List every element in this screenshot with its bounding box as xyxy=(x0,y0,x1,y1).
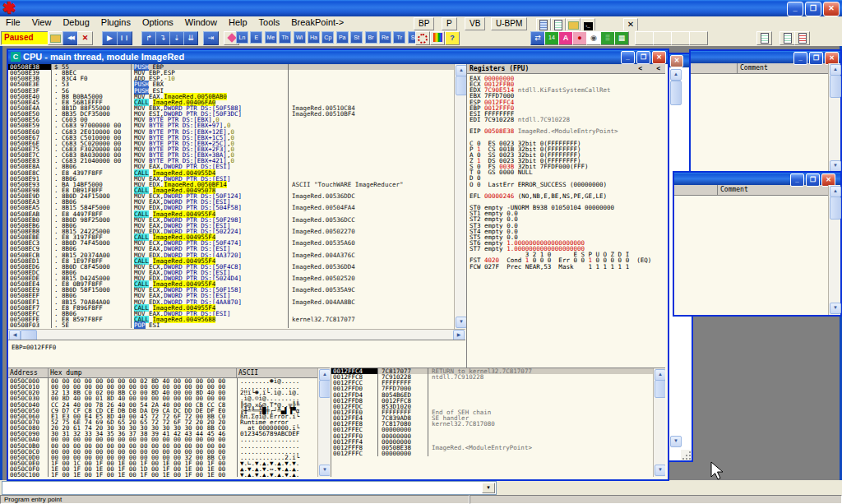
plugin-14-button[interactable]: 14 xyxy=(544,31,559,45)
dump-header-ascii[interactable]: ASCII xyxy=(237,368,318,377)
close-toolbar-icon[interactable]: ✕ xyxy=(623,18,638,31)
plugin-a-button[interactable]: A xyxy=(558,31,573,45)
toolbar-tr-button[interactable]: Tr xyxy=(393,31,405,44)
collapse-icon[interactable]: < xyxy=(656,64,660,73)
plugin-dots-button[interactable]: ▒ xyxy=(600,31,615,45)
column-header-blank[interactable] xyxy=(674,185,718,195)
register-line[interactable]: EDI 7C910228 ntdll.7C910228 xyxy=(467,117,665,123)
scroll-down-icon[interactable]: ▼ xyxy=(670,436,682,447)
toolbar-br-button[interactable]: Br xyxy=(365,31,377,44)
minimize-button[interactable]: _ xyxy=(793,52,807,65)
blank-button-3[interactable] xyxy=(671,31,690,45)
column-header-comment[interactable]: Comment xyxy=(738,63,768,73)
close-button[interactable]: ✕ xyxy=(652,51,666,64)
execute-till-return-button[interactable]: ⇥ xyxy=(203,31,219,45)
menu-tools[interactable]: Tools xyxy=(253,16,286,30)
dump-header-address[interactable]: Address xyxy=(8,368,49,377)
stack-row[interactable]: 0012FFC47C817077RETURN to kernel32.7C817… xyxy=(331,368,654,374)
window-comment-top[interactable]: _ ❐ ✕ Comment ▲ ▼ xyxy=(689,49,842,174)
register-line[interactable]: EFL 00000246 (NO,NB,E,BE,NS,PE,GE,LE) xyxy=(467,193,665,199)
trace-over-button[interactable]: ⇊ xyxy=(183,31,198,45)
scroll-up-icon[interactable]: ▲ xyxy=(319,369,330,381)
console-icon[interactable]: ›_ xyxy=(581,18,595,31)
register-line[interactable]: T 0 GS 0000 NULL xyxy=(467,169,665,175)
scrollbar-thumb[interactable] xyxy=(830,75,841,98)
dump-scrollbar[interactable]: ▲ ▼ xyxy=(317,368,330,477)
stack-row[interactable]: 0012FFD07FFD7000 xyxy=(331,386,654,391)
log-icon[interactable] xyxy=(551,18,566,31)
scroll-down-icon[interactable]: ▼ xyxy=(830,303,841,314)
scroll-up-icon[interactable]: ▲ xyxy=(655,369,665,381)
menu-help[interactable]: Help xyxy=(223,16,253,30)
stack-row[interactable]: 0012FFF000000000 xyxy=(331,433,654,439)
window-comment-bottom[interactable]: _ ❐ ✕ Comment ▲ ▼ xyxy=(673,171,842,317)
dump-header-hex[interactable]: Hex dump xyxy=(49,368,237,377)
menu-options[interactable]: Options xyxy=(136,16,179,30)
restart-button[interactable]: ◀◀ xyxy=(62,31,78,45)
run-button[interactable]: ▶ xyxy=(102,31,118,45)
collapse-icon[interactable]: < xyxy=(638,64,642,73)
scroll-up-icon[interactable]: ▲ xyxy=(830,64,841,76)
menu-breakpoint[interactable]: BreakPoint-> xyxy=(285,16,349,30)
plugin-spiral-button[interactable]: ◉ xyxy=(586,31,601,45)
toolbar-ha-button[interactable]: Ha xyxy=(308,31,320,44)
toolbar-cp-button[interactable]: Cp xyxy=(322,31,334,44)
maximize-button[interactable]: ❐ xyxy=(806,173,820,187)
disasm-row[interactable]: 00508EFE. E8 8597F8FFCALL ImageRed.00495… xyxy=(8,317,454,322)
maximize-button[interactable]: ❐ xyxy=(636,51,650,64)
open-file-button[interactable] xyxy=(48,31,63,45)
scrollbar-thumb[interactable] xyxy=(319,380,330,398)
toolbar-th-button[interactable]: Th xyxy=(279,31,291,44)
toolbar-me-button[interactable]: Me xyxy=(265,31,277,44)
info-pane[interactable]: EBP=0012FFF0 xyxy=(8,340,465,368)
menu-plugins[interactable]: Plugins xyxy=(95,16,136,30)
doc-button-2[interactable] xyxy=(780,31,795,45)
stack-row[interactable]: 0012FFDC853D1020 xyxy=(331,404,654,409)
plugin-stop-button[interactable]: ● xyxy=(572,31,587,45)
scrollbar[interactable]: ▲ ▼ xyxy=(828,63,840,173)
disasm-row[interactable]: 00508F03. 5EPOP ESI xyxy=(8,322,454,328)
help-button[interactable]: ? xyxy=(445,31,460,45)
plugin-grid-button[interactable]: ▦ xyxy=(614,31,629,45)
plugin-menu-vb[interactable]: VB xyxy=(465,17,485,30)
disasm-row[interactable]: 00508E3E. 53PUSH EBX xyxy=(8,81,454,87)
menu-view[interactable]: View xyxy=(26,16,58,30)
toolbar-wi-button[interactable]: Wi xyxy=(294,31,306,44)
blank-button-4[interactable] xyxy=(689,31,708,45)
register-line[interactable]: EIP 00508E38 ImageRed.<ModuleEntryPoint> xyxy=(467,128,665,134)
list-body[interactable] xyxy=(674,196,829,315)
options-button[interactable] xyxy=(415,31,430,45)
stack-row[interactable]: 0012FFF800508E38ImageRed.<ModuleEntryPoi… xyxy=(331,445,654,451)
disasm-row[interactable]: 00508E3B. 83C4 F0ADD ESP,-10 xyxy=(8,76,454,81)
list-body[interactable] xyxy=(691,74,829,173)
plugin-menu-bp[interactable]: BP xyxy=(414,17,434,30)
plugin-swap-button[interactable]: ⇄ xyxy=(530,31,545,45)
toolbar-pa-button[interactable]: Pa xyxy=(336,31,349,44)
menu-debug[interactable]: Debug xyxy=(57,16,95,30)
scroll-down-icon[interactable]: ▼ xyxy=(655,465,665,476)
maximize-button[interactable]: ❐ xyxy=(805,2,821,16)
disassembly-hscrollbar[interactable]: ◀ ▶ xyxy=(8,329,465,340)
stack-scrollbar[interactable]: ▲ ▼ xyxy=(653,368,665,477)
scroll-up-icon[interactable]: ▲ xyxy=(670,69,682,81)
step-into-button[interactable]: ↱ xyxy=(141,31,156,45)
toolbar-re-button[interactable]: Re xyxy=(379,31,391,44)
menu-file[interactable]: File xyxy=(0,16,26,30)
scrollbar-thumb[interactable] xyxy=(670,81,682,105)
folder-icon[interactable] xyxy=(566,18,581,31)
notes-icon[interactable] xyxy=(536,18,551,31)
dropdown-arrow-icon[interactable]: ▼ xyxy=(482,483,495,493)
scrollbar-thumb[interactable] xyxy=(456,76,467,95)
scroll-down-icon[interactable]: ▼ xyxy=(319,465,330,476)
stack-row[interactable]: 0012FFE87C817080kernel32.7C817080 xyxy=(331,421,654,427)
appearance-button[interactable] xyxy=(430,31,445,45)
command-input[interactable]: ▼ xyxy=(2,481,497,495)
toolbar-e-button[interactable]: E xyxy=(250,31,262,44)
pause-button[interactable]: ❙❙ xyxy=(117,31,132,45)
scrollbar-thumb[interactable] xyxy=(655,380,665,398)
doc-button-1[interactable] xyxy=(756,31,772,45)
menu-window[interactable]: Window xyxy=(179,16,223,30)
resize-grip[interactable] xyxy=(681,450,692,460)
blank-button-1[interactable] xyxy=(635,31,654,45)
blank-button-2[interactable] xyxy=(653,31,672,45)
